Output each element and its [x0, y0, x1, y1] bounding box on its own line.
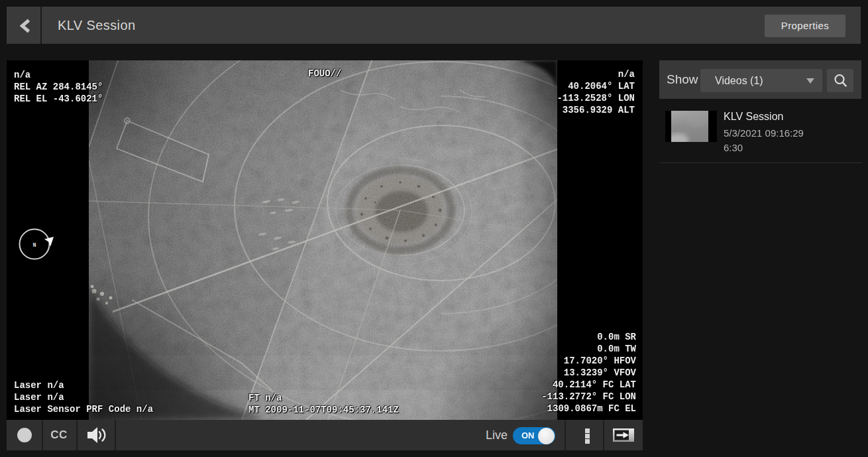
svg-text:N: N — [32, 242, 36, 249]
